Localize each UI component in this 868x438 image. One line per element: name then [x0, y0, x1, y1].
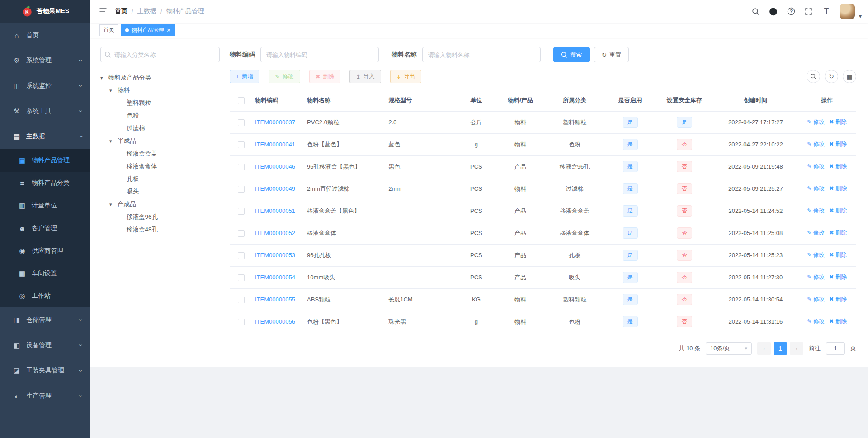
row-checkbox[interactable]: [238, 164, 245, 170]
avatar[interactable]: [840, 4, 855, 19]
tree-node[interactable]: ▾物料及产品分类: [100, 71, 220, 84]
sidebar-item-工装夹具管理[interactable]: ◪工装夹具管理›: [0, 358, 90, 383]
tree-node[interactable]: 移液盒盒体: [100, 160, 220, 173]
material-code-link[interactable]: ITEM00000054: [255, 274, 295, 281]
material-code-input[interactable]: [260, 47, 379, 62]
select-all-checkbox[interactable]: [238, 97, 245, 104]
sidebar-subitem-车间设置[interactable]: ▦车间设置: [0, 262, 90, 285]
page-size-select[interactable]: 10条/页 ▾: [706, 342, 752, 355]
material-name-input[interactable]: [422, 47, 541, 62]
row-checkbox[interactable]: [238, 119, 245, 126]
import-button[interactable]: ↥ 导入: [349, 70, 381, 83]
tab-item[interactable]: 首页: [99, 24, 118, 36]
tree-node[interactable]: 移液盒盒盖: [100, 147, 220, 160]
row-edit-link[interactable]: ✎ 修改: [807, 185, 825, 192]
sidebar-item-仓储管理[interactable]: ◨仓储管理›: [0, 307, 90, 333]
tree-node[interactable]: 移液盒48孔: [100, 223, 220, 236]
close-icon[interactable]: ×: [167, 27, 170, 33]
tree-node[interactable]: ▾产成品: [100, 198, 220, 211]
page-1-button[interactable]: 1: [774, 342, 787, 355]
breadcrumb-item[interactable]: 主数据: [137, 7, 156, 15]
tree-node[interactable]: ▾物料: [100, 84, 220, 97]
row-delete-link[interactable]: ✖ 删除: [829, 252, 847, 258]
github-icon[interactable]: [769, 7, 778, 16]
material-code-link[interactable]: ITEM00000052: [255, 230, 295, 236]
tree-node[interactable]: 吸头: [100, 185, 220, 198]
search-button[interactable]: 搜索: [553, 47, 590, 62]
material-code-link[interactable]: ITEM00000056: [255, 318, 295, 325]
material-code-link[interactable]: ITEM00000041: [255, 141, 295, 148]
row-checkbox[interactable]: [238, 274, 245, 281]
breadcrumb-item[interactable]: 首页: [115, 7, 127, 15]
row-edit-link[interactable]: ✎ 修改: [807, 296, 825, 302]
sidebar-item-生产管理[interactable]: ◐生产管理›: [0, 383, 90, 409]
material-code-link[interactable]: ITEM00000055: [255, 296, 295, 303]
sidebar-subitem-客户管理[interactable]: ☻客户管理: [0, 217, 90, 240]
export-button[interactable]: ↧ 导出: [390, 70, 421, 83]
goto-page-input[interactable]: [826, 342, 845, 355]
row-delete-link[interactable]: ✖ 删除: [829, 274, 847, 280]
row-edit-link[interactable]: ✎ 修改: [807, 163, 825, 170]
row-edit-link[interactable]: ✎ 修改: [807, 230, 825, 236]
row-edit-link[interactable]: ✎ 修改: [807, 252, 825, 258]
sidebar-item-主数据[interactable]: ▤主数据›: [0, 124, 90, 149]
row-checkbox[interactable]: [238, 252, 245, 259]
reset-button[interactable]: ↻ 重置: [594, 47, 629, 62]
toggle-search-button[interactable]: [807, 70, 820, 83]
sidebar-item-系统监控[interactable]: ◫系统监控›: [0, 73, 90, 99]
tree-node[interactable]: 孔板: [100, 173, 220, 185]
sidebar-item-系统管理[interactable]: ⚙系统管理›: [0, 48, 90, 73]
tree-node[interactable]: 塑料颗粒: [100, 97, 220, 109]
row-checkbox[interactable]: [238, 186, 245, 193]
columns-button[interactable]: ▦: [843, 70, 856, 83]
sidebar-subitem-物料产品分类[interactable]: ≡物料产品分类: [0, 172, 90, 194]
sidebar-subitem-物料产品管理[interactable]: ▣物料产品管理: [0, 149, 90, 172]
delete-button[interactable]: ✖ 删除: [309, 70, 340, 83]
logo[interactable]: K 苦糖果MES: [0, 0, 90, 23]
prev-page-button[interactable]: ‹: [757, 342, 771, 355]
row-delete-link[interactable]: ✖ 删除: [829, 141, 847, 147]
edit-button[interactable]: ✎ 修改: [269, 70, 300, 83]
next-page-button[interactable]: ›: [790, 342, 803, 355]
row-delete-link[interactable]: ✖ 删除: [829, 207, 847, 214]
row-edit-link[interactable]: ✎ 修改: [807, 207, 825, 214]
row-edit-link[interactable]: ✎ 修改: [807, 274, 825, 280]
hamburger-icon[interactable]: [90, 7, 115, 16]
row-delete-link[interactable]: ✖ 删除: [829, 230, 847, 236]
help-icon[interactable]: ?: [787, 7, 796, 16]
row-delete-link[interactable]: ✖ 删除: [829, 163, 847, 170]
tree-node[interactable]: 移液盒96孔: [100, 211, 220, 223]
material-code-link[interactable]: ITEM00000046: [255, 163, 295, 170]
row-checkbox[interactable]: [238, 230, 245, 237]
sidebar-subitem-供应商管理[interactable]: ◉供应商管理: [0, 240, 90, 262]
sidebar-item-设备管理[interactable]: ◧设备管理›: [0, 333, 90, 358]
search-icon[interactable]: [751, 7, 760, 16]
row-delete-link[interactable]: ✖ 删除: [829, 296, 847, 302]
sidebar-subitem-工作站[interactable]: ◎工作站: [0, 285, 90, 307]
tree-node[interactable]: 色粉: [100, 109, 220, 122]
add-button[interactable]: + 新增: [230, 70, 259, 83]
sidebar-item-首页[interactable]: ⌂首页: [0, 23, 90, 48]
font-size-icon[interactable]: T: [822, 7, 831, 16]
tree-node[interactable]: ▾半成品: [100, 135, 220, 147]
row-checkbox[interactable]: [238, 319, 245, 325]
category-search-input[interactable]: [100, 47, 220, 62]
material-code-link[interactable]: ITEM00000049: [255, 185, 295, 192]
row-edit-link[interactable]: ✎ 修改: [807, 141, 825, 147]
column-header-checkbox[interactable]: [230, 89, 252, 111]
caret-down-icon[interactable]: ▾: [859, 13, 862, 19]
tree-node[interactable]: 过滤棉: [100, 122, 220, 135]
material-code-link[interactable]: ITEM00000051: [255, 207, 295, 214]
material-code-link[interactable]: ITEM00000053: [255, 252, 295, 259]
row-checkbox[interactable]: [238, 141, 245, 148]
row-delete-link[interactable]: ✖ 删除: [829, 185, 847, 192]
row-delete-link[interactable]: ✖ 删除: [829, 318, 847, 325]
row-delete-link[interactable]: ✖ 删除: [829, 119, 847, 125]
refresh-button[interactable]: ↻: [825, 70, 838, 83]
fullscreen-icon[interactable]: [804, 7, 813, 16]
sidebar-subitem-计量单位[interactable]: ▥计量单位: [0, 194, 90, 217]
sidebar-item-系统工具[interactable]: ⚒系统工具›: [0, 99, 90, 124]
row-edit-link[interactable]: ✎ 修改: [807, 119, 825, 125]
row-edit-link[interactable]: ✎ 修改: [807, 318, 825, 325]
material-code-link[interactable]: ITEM00000037: [255, 119, 295, 126]
